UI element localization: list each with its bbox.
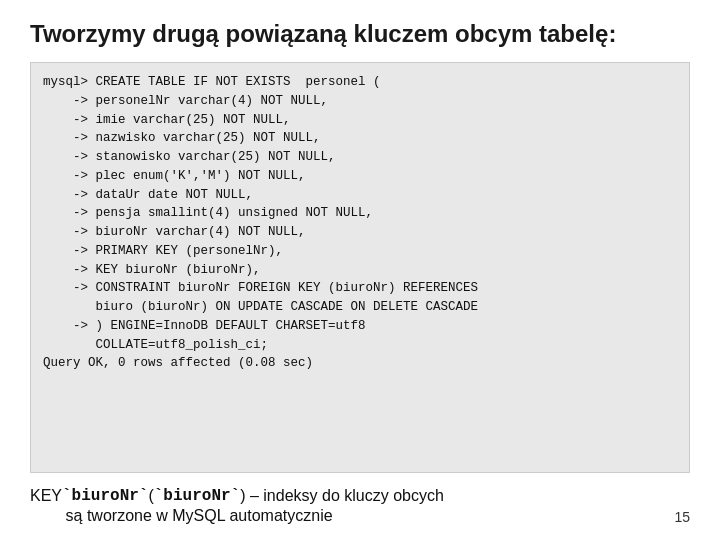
- footer-code-2: `biuroNr`: [154, 487, 240, 505]
- footer-line-2: są tworzone w MySQL automatycznie: [30, 507, 444, 525]
- footer-code-1: `biuroNr`: [62, 487, 148, 505]
- slide: Tworzymy drugą powiązaną kluczem obcym t…: [0, 0, 720, 540]
- footer-line-1: KEY `biuroNr` (`biuroNr`) – indeksy do k…: [30, 487, 444, 505]
- footer: KEY `biuroNr` (`biuroNr`) – indeksy do k…: [30, 487, 690, 525]
- footer-suffix: ) – indeksy do kluczy obcych: [240, 487, 444, 505]
- code-block: mysql> CREATE TABLE IF NOT EXISTS person…: [30, 62, 690, 473]
- footer-key-prefix: KEY: [30, 487, 62, 505]
- page-number: 15: [674, 509, 690, 525]
- code-content: mysql> CREATE TABLE IF NOT EXISTS person…: [43, 73, 677, 373]
- footer-text: KEY `biuroNr` (`biuroNr`) – indeksy do k…: [30, 487, 444, 525]
- slide-title: Tworzymy drugą powiązaną kluczem obcym t…: [30, 20, 690, 48]
- footer-line2-text: są tworzone w MySQL automatycznie: [66, 507, 333, 525]
